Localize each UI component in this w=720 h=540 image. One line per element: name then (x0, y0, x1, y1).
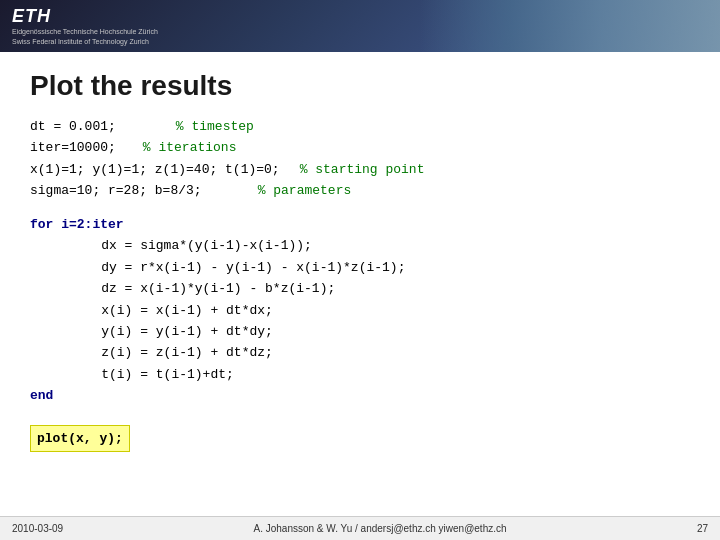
code-end-keyword: end (30, 385, 53, 406)
code-line-yi: y(i) = y(i-1) + dt*dy; (30, 321, 690, 342)
code-iter-comment: % iterations (143, 137, 237, 158)
code-line-ti: t(i) = t(i-1)+dt; (30, 364, 690, 385)
header-banner: ETH Eidgenössische Technische Hochschule… (0, 0, 720, 52)
code-yi: y(i) = y(i-1) + dt*dy; (70, 321, 273, 342)
eth-subtitle-line1: Eidgenössische Technische Hochschule Zür… (12, 27, 158, 36)
code-block: dt = 0.001; % timestep iter=10000; % ite… (30, 116, 690, 452)
code-iter-code: iter=10000; (30, 137, 116, 158)
eth-subtitle-line2: Swiss Federal Institute of Technology Zu… (12, 37, 158, 46)
code-gap-2 (30, 407, 690, 415)
footer-authors: A. Johansson & W. Yu / andersj@ethz.ch y… (254, 523, 507, 534)
code-line-dx: dx = sigma*(y(i-1)-x(i-1)); (30, 235, 690, 256)
code-dt-code: dt = 0.001; (30, 116, 116, 137)
footer-page: 27 (697, 523, 708, 534)
code-x1-code: x(1)=1; y(1)=1; z(1)=40; t(1)=0; (30, 159, 280, 180)
page-title: Plot the results (30, 70, 690, 102)
code-x1-comment: % starting point (300, 159, 425, 180)
code-line-iter: iter=10000; % iterations (30, 137, 690, 158)
main-content: Plot the results dt = 0.001; % timestep … (0, 52, 720, 462)
plot-highlight-container: plot(x, y); (30, 415, 690, 452)
code-gap-1 (30, 202, 690, 214)
code-line-dz: dz = x(i-1)*y(i-1) - b*z(i-1); (30, 278, 690, 299)
header-decoration (420, 0, 720, 52)
code-xi: x(i) = x(i-1) + dt*dx; (70, 300, 273, 321)
code-line-dy: dy = r*x(i-1) - y(i-1) - x(i-1)*z(i-1); (30, 257, 690, 278)
code-ti: t(i) = t(i-1)+dt; (70, 364, 234, 385)
code-line-xi: x(i) = x(i-1) + dt*dx; (30, 300, 690, 321)
code-dz: dz = x(i-1)*y(i-1) - b*z(i-1); (70, 278, 335, 299)
code-line-x1: x(1)=1; y(1)=1; z(1)=40; t(1)=0; % start… (30, 159, 690, 180)
footer-date: 2010-03-09 (12, 523, 63, 534)
code-line-for: for i=2:iter (30, 214, 690, 235)
code-line-dt: dt = 0.001; % timestep (30, 116, 690, 137)
code-sigma-comment: % parameters (258, 180, 352, 201)
code-line-zi: z(i) = z(i-1) + dt*dz; (30, 342, 690, 363)
eth-logo-area: ETH Eidgenössische Technische Hochschule… (0, 0, 170, 51)
plot-highlight: plot(x, y); (30, 425, 130, 452)
code-dy: dy = r*x(i-1) - y(i-1) - x(i-1)*z(i-1); (70, 257, 405, 278)
code-line-end: end (30, 385, 690, 406)
code-sigma-code: sigma=10; r=28; b=8/3; (30, 180, 202, 201)
footer: 2010-03-09 A. Johansson & W. Yu / anders… (0, 516, 720, 540)
code-for-keyword: for i=2:iter (30, 214, 124, 235)
code-line-sigma: sigma=10; r=28; b=8/3; % parameters (30, 180, 690, 201)
eth-logo: ETH (12, 6, 158, 27)
code-dt-comment: % timestep (176, 116, 254, 137)
code-zi: z(i) = z(i-1) + dt*dz; (70, 342, 273, 363)
code-dx: dx = sigma*(y(i-1)-x(i-1)); (70, 235, 312, 256)
